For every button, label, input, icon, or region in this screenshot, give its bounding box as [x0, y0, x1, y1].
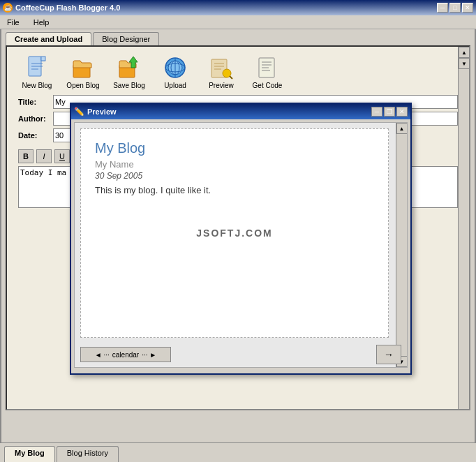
modal-title-label: Preview	[87, 107, 117, 116]
blog-preview-area: My Blog My Name 30 Sep 2005 This is my b…	[80, 128, 389, 338]
modal-close-button[interactable]: ✕	[396, 107, 408, 117]
close-button[interactable]: ✕	[462, 3, 473, 13]
calendar-arrows: ◄ ···	[95, 351, 110, 359]
modal-minimize-button[interactable]: ─	[371, 107, 382, 117]
content-area: New Blog Open Blog Save Blog	[6, 45, 470, 410]
blog-preview-date: 30 Sep 2005	[95, 171, 374, 181]
modal-content: ▲ ▼ My Blog My Name 30 Sep 2005 This is …	[74, 122, 408, 368]
modal-scrollbar[interactable]: ▲ ▼	[396, 123, 407, 367]
title-bar-text: ☕ CoffeeCup Flash Blogger 4.0	[3, 3, 120, 13]
tab-blog-designer[interactable]: Blog Designer	[93, 32, 159, 45]
menu-bar: File Help	[0, 15, 476, 29]
menu-help[interactable]: Help	[29, 17, 54, 28]
minimize-button[interactable]: ─	[437, 3, 448, 13]
modal-title-text: ✏️ Preview	[74, 107, 117, 117]
nav-arrow-icon: →	[384, 349, 394, 360]
tab-create-upload[interactable]: Create and Upload	[6, 32, 91, 45]
maximize-button[interactable]: □	[449, 3, 461, 13]
preview-modal: ✏️ Preview ─ ❐ ✕ ▲ ▼	[70, 103, 412, 375]
title-bar: ☕ CoffeeCup Flash Blogger 4.0 ─ □ ✕	[0, 0, 476, 15]
main-window: Create and Upload Blog Designer New Blog	[0, 29, 476, 462]
modal-restore-button[interactable]: ❐	[384, 107, 395, 117]
modal-title-bar: ✏️ Preview ─ ❐ ✕	[71, 104, 410, 119]
modal-overlay: ✏️ Preview ─ ❐ ✕ ▲ ▼	[7, 47, 469, 409]
tab-blog-history[interactable]: Blog History	[57, 446, 119, 462]
menu-file[interactable]: File	[3, 17, 24, 28]
modal-bottom-bar: ◄ ··· calendar ··· ► →	[75, 342, 407, 367]
bottom-tab-bar: My Blog Blog History	[0, 442, 476, 462]
main-tab-bar: Create and Upload Blog Designer	[1, 29, 475, 45]
calendar-label: calendar	[112, 351, 139, 359]
tab-my-blog[interactable]: My Blog	[4, 446, 55, 462]
app-title: CoffeeCup Flash Blogger 4.0	[15, 3, 120, 12]
app-icon: ☕	[3, 3, 13, 13]
calendar-button[interactable]: ◄ ··· calendar ··· ►	[80, 347, 171, 362]
title-bar-controls: ─ □ ✕	[437, 3, 473, 13]
blog-preview-title: My Blog	[95, 140, 374, 156]
blog-preview-body: This is my blog. I quite like it.	[95, 185, 374, 195]
modal-icon: ✏️	[74, 107, 84, 117]
calendar-arrows-right: ··· ►	[142, 351, 156, 359]
blog-preview-author: My Name	[95, 159, 374, 170]
nav-next-button[interactable]: →	[376, 345, 401, 364]
watermark-text: JSOFTJ.COM	[196, 228, 272, 239]
modal-scroll-up[interactable]: ▲	[396, 123, 408, 134]
modal-scroll-track	[396, 134, 407, 356]
modal-controls: ─ ❐ ✕	[371, 107, 408, 117]
